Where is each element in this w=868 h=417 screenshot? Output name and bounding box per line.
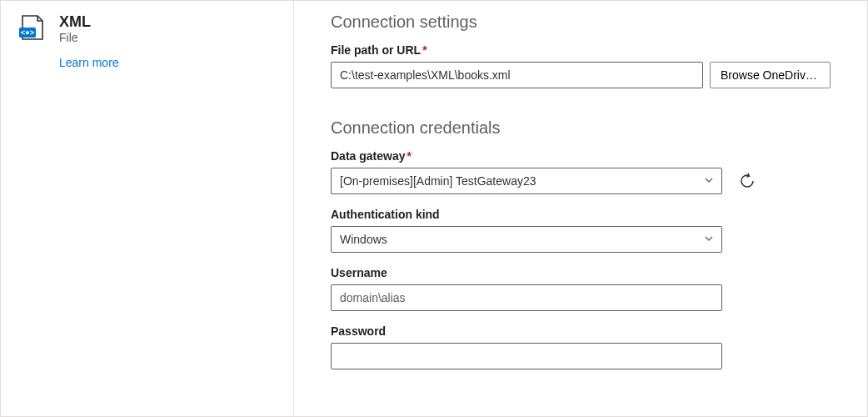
file-path-input[interactable] [331, 62, 703, 88]
refresh-icon [739, 173, 756, 189]
password-field: Password [331, 324, 847, 369]
required-asterisk: * [407, 149, 411, 163]
data-gateway-select[interactable]: [On-premises][Admin] TestGateway23 [331, 168, 722, 194]
required-asterisk: * [422, 43, 427, 57]
auth-kind-select[interactable]: Windows [331, 226, 722, 253]
refresh-gateway-button[interactable] [734, 168, 761, 194]
auth-kind-label: Authentication kind [331, 208, 847, 221]
password-label: Password [331, 324, 847, 338]
auth-kind-field: Authentication kind Windows [331, 208, 847, 253]
username-input[interactable] [331, 284, 722, 311]
section-connection-settings: Connection settings [331, 13, 847, 32]
data-gateway-label: Data gateway* [331, 149, 847, 163]
svg-text:<●>: <●> [21, 28, 34, 37]
connector-title-block: XML File [59, 14, 91, 44]
main-panel: Connection settings File path or URL* Br… [294, 1, 867, 416]
file-path-label: File path or URL* [331, 43, 847, 57]
connector-header: <●> XML File [17, 14, 277, 44]
xml-file-icon: <●> [17, 14, 47, 43]
sidebar: <●> XML File Learn more [1, 1, 294, 416]
section-connection-credentials: Connection credentials [331, 118, 847, 138]
learn-more-link[interactable]: Learn more [59, 56, 277, 69]
browse-onedrive-button[interactable]: Browse OneDrive... [710, 62, 831, 88]
file-path-field: File path or URL* Browse OneDrive... [331, 43, 847, 88]
username-field: Username [331, 266, 847, 311]
password-input[interactable] [331, 343, 722, 369]
data-gateway-label-text: Data gateway [331, 149, 405, 163]
connector-title: XML [59, 14, 91, 31]
file-path-label-text: File path or URL [331, 43, 421, 57]
connector-subtitle: File [59, 31, 91, 44]
username-label: Username [331, 266, 847, 279]
data-gateway-field: Data gateway* [On-premises][Admin] TestG… [331, 149, 847, 194]
